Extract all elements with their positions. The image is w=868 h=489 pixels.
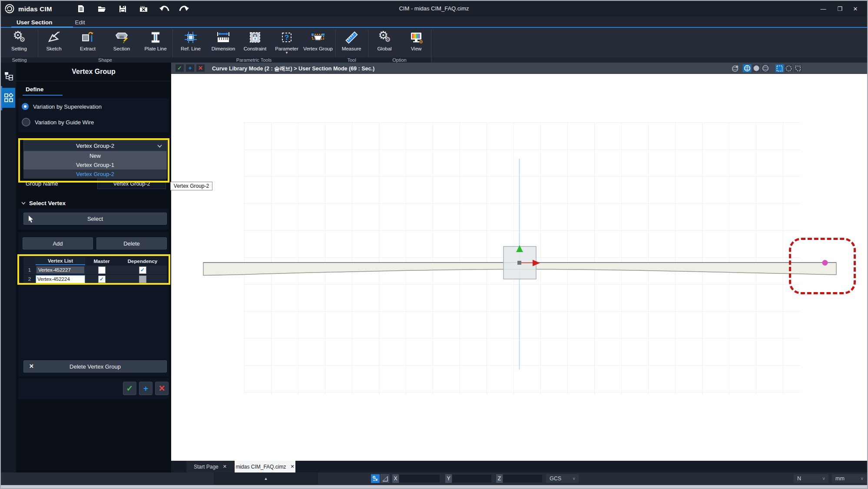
vertex-cell-editing[interactable] [36,275,85,283]
hidden-line-view-icon[interactable] [761,64,770,73]
tree-view-icon[interactable] [3,70,14,82]
header-dependency: Dependency [118,257,167,265]
add-button[interactable]: Add [23,237,93,249]
master-checkbox-unchecked[interactable] [98,266,106,274]
vertex-group-panel-icon[interactable] [2,88,15,108]
render-lock-icon[interactable] [731,64,740,73]
group-name-field[interactable]: Vertex Group-2 [97,179,166,189]
vertex-table: Vertex List Master Dependency 1 Vertex-4… [23,257,167,283]
confirm-check-button[interactable]: ✓ [175,64,184,72]
dropdown-option-vertex-group-2[interactable]: Vertex Group-2 [23,170,167,179]
coordinate-system-select[interactable]: GCS˅ [546,474,579,483]
chevron-down-icon [21,202,26,205]
ribbon-tool-global[interactable]: ⚙⚙ Global [371,29,398,56]
ribbon-tool-plate-line[interactable]: Plate Line [140,29,171,56]
close-x-button[interactable]: ✕ [196,64,205,72]
view-monitor-icon: ⚙ [402,29,430,46]
ribbon-tool-view[interactable]: ⚙ View [402,29,430,56]
tooltip: Vertex Group-2 [170,182,212,190]
dependency-checkbox-checked[interactable]: ✓ [139,266,146,274]
dropdown-option-vertex-group-1[interactable]: Vertex Group-1 [23,160,167,170]
ribbon-tool-parameter[interactable]: ? Parameter ▼ [272,29,301,56]
panel-collapse-strip[interactable]: ▲ [214,472,318,484]
y-coordinate-input[interactable] [452,474,492,483]
select-vertex-button[interactable]: Select [23,213,167,225]
vertex-group-dropdown-list: New Vertex Group-1 Vertex Group-2 [23,151,167,179]
sketch-pencil-icon [40,29,68,46]
vertex-cell[interactable]: Vertex-452227 [36,266,84,273]
radio-unselected-icon [22,118,30,126]
force-unit-select[interactable]: N˅ [794,474,828,483]
cancel-x-button[interactable]: ✕ [155,382,169,395]
ribbon-tool-vertex-group[interactable]: Vertex Group [300,29,336,56]
add-plus-button[interactable]: + [139,382,152,395]
i-beam-icon [140,29,171,46]
ribbon-tool-sketch[interactable]: Sketch [40,29,68,56]
master-checkbox-checked[interactable]: ✓ [98,276,106,283]
gears-icon: ⚙⚙ [5,29,33,46]
table-row: 2 ✓ [23,274,167,283]
left-rail [1,63,16,485]
polygon-selection-icon[interactable] [793,64,802,73]
minimize-button[interactable]: — [817,4,830,13]
cursor-arrow-icon [28,216,33,223]
ribbon-tool-ref-line[interactable]: Ref. Line [177,29,205,56]
rect-selection-icon[interactable] [775,64,784,73]
radio-selected-icon [22,103,29,110]
x-coordinate-input[interactable] [399,474,440,483]
plus-button[interactable]: + [186,64,195,72]
window-bottom-edge [1,485,867,489]
maximize-button[interactable]: ❐ [833,4,846,13]
header-master: Master [85,257,118,265]
vertex-list-card: Add Delete Vertex List Master Dependency… [18,232,169,358]
dropdown-option-new[interactable]: New [23,151,167,160]
close-window-button[interactable]: ✕ [849,4,862,13]
angle-snap-toggle[interactable] [381,474,389,483]
ribbon-tool-setting[interactable]: ⚙⚙ Setting [5,29,33,56]
vertex-group-dropdown[interactable]: Vertex Group-2 [23,140,167,151]
ribbon-tab-row: User Section Edit [1,17,867,28]
tab-start-page[interactable]: Start Page ✕ [186,461,235,472]
z-coordinate-input[interactable] [503,474,543,483]
table-row: 1 Vertex-452227 ✓ [23,265,167,274]
dependency-checkbox-disabled[interactable] [139,276,146,283]
ribbon-tool-section[interactable]: Section [108,29,136,56]
shaded-view-icon[interactable] [752,64,761,73]
circle-selection-icon[interactable] [784,64,793,73]
close-tab-icon[interactable]: ✕ [223,464,227,469]
divider [16,81,171,81]
ribbon-tool-constraint[interactable]: Constraint [240,29,270,56]
annotation-red-dashed-box [789,238,856,294]
close-tab-icon[interactable]: ✕ [290,464,294,469]
origin-center-handle[interactable] [517,261,521,265]
tab-cimz-document[interactable]: midas CIM_FAQ.cimz ✕ [235,461,295,474]
chevron-down-icon [157,144,162,148]
delete-button[interactable]: Delete [96,237,167,249]
dimension-ruler-icon [208,29,239,46]
ribbon-tool-dimension[interactable]: Dimension [208,29,239,56]
z-coordinate-label: Z [496,474,503,483]
ribbon-separator [431,30,431,62]
x-coordinate-label: X [392,474,399,483]
title-bar: midas CIM CIM - midas CIM_FAQ.cimz — ❐ ✕ [1,1,867,17]
select-card: Select [18,209,169,230]
ribbon-tool-measure[interactable]: Measure [338,29,365,56]
define-tab-underline [23,95,63,96]
delete-vertex-group-button[interactable]: ✕ Delete Vertex Group [23,360,167,373]
apply-check-button[interactable]: ✓ [123,382,136,395]
length-unit-select[interactable]: mm˅ [832,474,867,483]
snap-point-toggle[interactable] [371,474,380,483]
viewport-toolbar: ✓ + ✕ Curve Library Mode (2 : 슬래브) > Use… [171,63,868,74]
tab-define[interactable]: Define [26,86,43,93]
wireframe-view-icon[interactable] [742,64,752,73]
select-vertex-header[interactable]: Select Vertex [21,200,66,206]
vertex-table-header: Vertex List Master Dependency [23,257,167,265]
confirm-card: ✓ + ✕ [18,378,169,399]
group-name-label: Group Name [26,180,58,187]
measure-ruler-icon [338,29,365,46]
ribbon-tool-extract[interactable]: Extract [74,29,102,56]
radio-superelevation[interactable]: Variation by Superelevation [22,103,102,110]
header-vertex-list: Vertex List [36,257,85,265]
radio-guide-wire[interactable]: Variation by Guide Wire [22,118,94,126]
svg-text:?: ? [285,33,289,42]
